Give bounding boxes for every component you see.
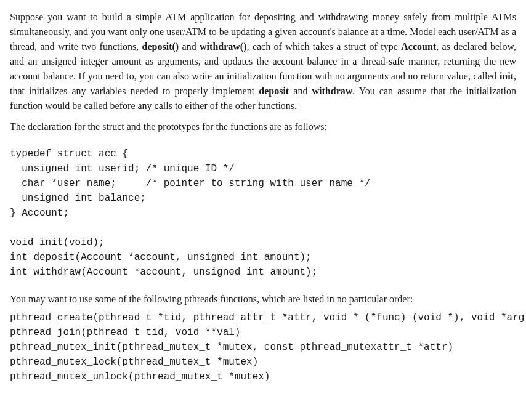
function-name-withdraw: withdraw() bbox=[200, 41, 246, 52]
function-name-init: init bbox=[500, 71, 514, 81]
problem-description: Suppose you want to build a simple ATM a… bbox=[10, 10, 516, 113]
function-name-deposit: deposit() bbox=[142, 41, 179, 52]
text-segment: and bbox=[289, 86, 312, 96]
text-segment: , each of which takes a struct of type bbox=[246, 41, 401, 52]
declaration-intro: The declaration for the struct and the p… bbox=[10, 119, 516, 134]
struct-and-prototypes-code: typedef struct acc { unsigned int userid… bbox=[10, 147, 516, 280]
function-name-withdraw2: withdraw bbox=[312, 86, 353, 96]
pthreads-api-list: pthread_create(pthread_t *tid, pthread_a… bbox=[10, 310, 516, 384]
pthreads-intro: You may want to use some of the followin… bbox=[10, 292, 516, 307]
function-name-deposit2: deposit bbox=[259, 86, 289, 96]
text-segment: and bbox=[179, 41, 200, 52]
type-name-account: Account bbox=[401, 41, 436, 52]
